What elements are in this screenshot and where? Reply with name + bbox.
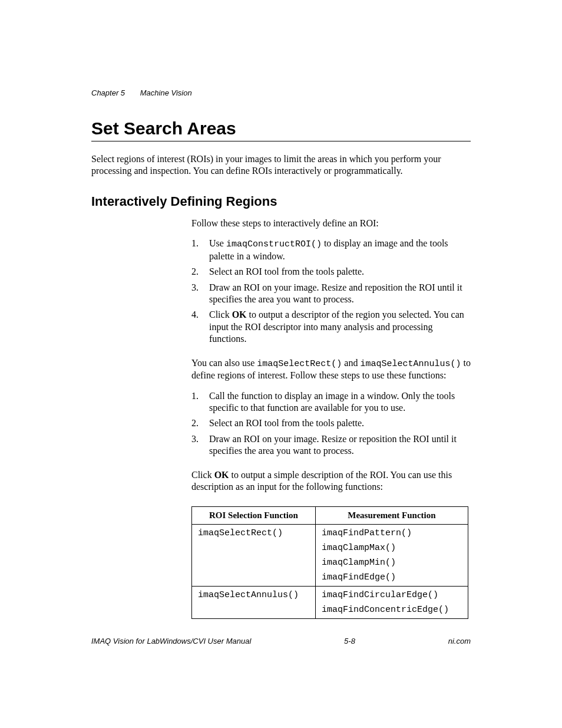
table-row: imaqSelectAnnulus() imaqFindCircularEdge… xyxy=(192,586,468,618)
subsection-heading: Interactively Defining Regions xyxy=(91,194,471,209)
code-inline: imaqConstructROI() xyxy=(226,239,322,249)
chapter-title: Machine Vision xyxy=(140,88,192,97)
list-item: 4. Click OK to output a descriptor of th… xyxy=(191,309,471,345)
footer-left: IMAQ Vision for LabWindows/CVI User Manu… xyxy=(91,637,251,645)
running-header: Chapter 5 Machine Vision xyxy=(91,88,471,97)
page-footer: IMAQ Vision for LabWindows/CVI User Manu… xyxy=(91,637,471,645)
function-table: ROI Selection Function Measurement Funct… xyxy=(191,506,468,619)
page: Chapter 5 Machine Vision Set Search Area… xyxy=(0,0,562,728)
table-header: ROI Selection Function xyxy=(192,506,316,524)
footer-right: ni.com xyxy=(448,637,471,645)
table-cell: imaqSelectRect() xyxy=(192,524,316,586)
section-heading: Set Search Areas xyxy=(91,118,471,141)
table-header-row: ROI Selection Function Measurement Funct… xyxy=(192,506,468,524)
bold-text: OK xyxy=(214,470,229,480)
steps-list-2: 1. Call the function to display an image… xyxy=(191,390,471,457)
table-cell: imaqSelectAnnulus() xyxy=(192,586,316,618)
lead-text: Follow these steps to interactively defi… xyxy=(191,218,471,229)
list-item: 2. Select an ROI tool from the tools pal… xyxy=(191,417,471,429)
table-cell: imaqFindPattern() imaqClampMax() imaqCla… xyxy=(315,524,468,586)
table-cell: imaqFindCircularEdge() imaqFindConcentri… xyxy=(315,586,468,618)
footer-page-number: 5-8 xyxy=(344,637,355,645)
list-item: 1. Call the function to display an image… xyxy=(191,390,471,414)
table-header: Measurement Function xyxy=(315,506,468,524)
chapter-label: Chapter 5 xyxy=(91,88,125,97)
code-inline: imaqSelectAnnulus() xyxy=(360,359,461,369)
list-item: 1. Use imaqConstructROI() to display an … xyxy=(191,238,471,262)
paragraph: You can also use imaqSelectRect() and im… xyxy=(191,357,471,382)
bold-text: OK xyxy=(232,309,247,319)
intro-paragraph: Select regions of interest (ROIs) in you… xyxy=(91,153,471,177)
code-inline: imaqSelectRect() xyxy=(257,359,342,369)
steps-list-1: 1. Use imaqConstructROI() to display an … xyxy=(191,238,471,345)
table-row: imaqSelectRect() imaqFindPattern() imaqC… xyxy=(192,524,468,586)
list-item: 2. Select an ROI tool from the tools pal… xyxy=(191,266,471,278)
list-item: 3. Draw an ROI on your image. Resize or … xyxy=(191,433,471,457)
list-item: 3. Draw an ROI on your image. Resize and… xyxy=(191,282,471,306)
paragraph: Click OK to output a simple description … xyxy=(191,469,471,493)
